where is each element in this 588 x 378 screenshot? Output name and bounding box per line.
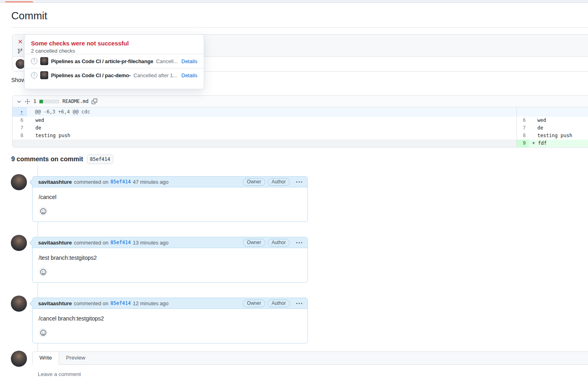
comment-timestamp: 13 minutes ago [133, 240, 168, 246]
diff-split-view: ↑ @@ -6,3 +6,4 @@ cdc 6wed 7de 8testing … [12, 107, 588, 147]
comment-body: /cancel branch:testgitops2 [33, 309, 307, 343]
kebab-menu-icon[interactable] [295, 240, 303, 245]
added-code-line: + fdf [529, 140, 588, 147]
comments-count-label: 9 comments on commit [11, 156, 83, 163]
new-comment-form: Write Preview Leave a comment [0, 348, 588, 378]
commit-page: Commit U t Some checks were not successf… [0, 0, 588, 378]
comment-item: savitaashture commented on 85ef414 47 mi… [0, 174, 588, 224]
line-number: 7 [12, 124, 27, 132]
comment-item: savitaashture commented on 85ef414 12 mi… [0, 296, 588, 346]
smiley-icon [40, 269, 46, 275]
diff-pane-new: 6wed 7de 8testing push 9+ fdf [516, 107, 588, 147]
cancelled-check-icon: ! [31, 72, 37, 78]
comment-box: savitaashture commented on 85ef414 47 mi… [32, 176, 308, 222]
line-number: 9 [517, 140, 529, 147]
comment-sha-link[interactable]: 85ef414 [111, 179, 131, 185]
move-handle-icon[interactable] [25, 99, 30, 104]
files-changed-summary-fragment: Show [11, 77, 25, 83]
tab-preview[interactable]: Preview [59, 352, 92, 364]
comment-author-link[interactable]: savitaashture [38, 240, 72, 246]
comment-sha-link[interactable]: 85ef414 [111, 240, 131, 245]
comment-text: /cancel [39, 194, 301, 200]
hunk-header-right [529, 107, 588, 117]
comment-action-text: commented on [74, 300, 109, 306]
copy-icon[interactable] [92, 99, 97, 104]
comment-sha-link[interactable]: 85ef414 [111, 300, 131, 306]
author-badge: Author [268, 300, 290, 307]
commit-sha-chip[interactable]: 85ef414 [87, 154, 114, 164]
comment-box: savitaashture commented on 85ef414 12 mi… [32, 298, 308, 343]
checks-popover-title: Some checks were not successful [31, 40, 197, 47]
comment-text: /cancel branch:testgitops2 [39, 315, 301, 322]
hunk-header: @@ -6,3 +6,4 @@ cdc [27, 107, 516, 117]
comment-input[interactable]: Leave a comment [38, 371, 81, 377]
kebab-menu-icon[interactable] [295, 301, 303, 306]
comment-body: /test branch:testgitops2 [33, 248, 307, 282]
diff-filename[interactable]: README.md [62, 99, 88, 104]
chevron-down-icon[interactable] [16, 99, 22, 104]
line-number: 8 [12, 132, 27, 140]
comment-header: savitaashture commented on 85ef414 47 mi… [33, 177, 307, 187]
code-line: testing push [529, 132, 588, 140]
kebab-menu-icon[interactable] [295, 180, 303, 184]
page-title: Commit [11, 10, 47, 22]
expand-hunk-button[interactable]: ↑ [12, 107, 27, 117]
expand-up-icon: ↑ [20, 110, 23, 115]
empty-diff-cell [12, 140, 516, 147]
add-reaction-button[interactable] [39, 267, 47, 276]
line-number: 6 [12, 117, 27, 124]
add-reaction-button[interactable] [39, 207, 47, 216]
diff-file-header: 1 README.md [12, 96, 588, 107]
comment-author-link[interactable]: savitaashture [38, 300, 72, 306]
loading-progress-bar [5, 1, 33, 2]
smiley-icon [40, 208, 46, 214]
comment-timestamp: 12 minutes ago [133, 300, 168, 306]
code-line: wed [27, 117, 516, 124]
owner-badge: Owner [243, 178, 265, 186]
comment-author-avatar[interactable] [11, 296, 27, 312]
current-user-avatar [11, 351, 27, 367]
checks-popover-subtitle: 2 cancelled checks [31, 48, 197, 54]
check-row: ! Pipelines as Code CI / article-pr-file… [25, 54, 204, 68]
comments-heading: 9 comments on commit 85ef414 [11, 154, 113, 164]
author-badge: Author [268, 239, 290, 247]
comment-timestamp: 47 minutes ago [133, 179, 168, 185]
line-number: 6 [517, 117, 529, 124]
tab-write[interactable]: Write [33, 352, 59, 365]
check-status: Cancelled after 1... [133, 72, 177, 78]
check-details-link[interactable]: Details [181, 58, 197, 64]
line-number: 7 [517, 124, 529, 132]
check-status: Cancell... [156, 58, 178, 64]
diff-change-count: 1 [33, 99, 36, 104]
check-name: Pipelines as Code CI / article-pr-filech… [51, 58, 153, 64]
author-badge: Author [268, 178, 290, 186]
check-app-avatar [40, 57, 48, 65]
title-divider [11, 27, 588, 28]
check-name: Pipelines as Code CI / pac-demo- [51, 72, 131, 78]
diff-file-box: 1 README.md ↑ @@ -6,3 +6,4 @@ cdc 6wed 7… [12, 95, 588, 148]
comment-author-avatar[interactable] [11, 235, 27, 251]
code-line: de [529, 124, 588, 132]
top-bar [0, 0, 588, 3]
comment-item: savitaashture commented on 85ef414 13 mi… [0, 235, 588, 285]
check-app-avatar [40, 71, 48, 79]
comment-action-text: commented on [74, 179, 109, 185]
comment-box: savitaashture commented on 85ef414 13 mi… [32, 237, 308, 283]
owner-badge: Owner [243, 239, 265, 247]
checks-popover: Some checks were not successful 2 cancel… [24, 34, 204, 89]
diffstat-blocks [39, 100, 59, 103]
check-row: ! Pipelines as Code CI / pac-demo- Cance… [25, 68, 204, 82]
diff-pane-old: ↑ @@ -6,3 +6,4 @@ cdc 6wed 7de 8testing … [12, 107, 516, 147]
comment-body: /cancel [33, 187, 307, 222]
comment-author-link[interactable]: savitaashture [38, 179, 72, 185]
code-line: wed [529, 117, 588, 124]
code-line: de [27, 124, 516, 132]
comment-author-avatar[interactable] [11, 174, 27, 190]
cancelled-check-icon: ! [31, 58, 37, 64]
check-details-link[interactable]: Details [181, 72, 197, 78]
git-branch-icon [17, 48, 23, 54]
comment-header: savitaashture commented on 85ef414 12 mi… [33, 298, 307, 309]
add-reaction-button[interactable] [39, 328, 47, 337]
comment-header: savitaashture commented on 85ef414 13 mi… [33, 237, 307, 248]
smiley-icon [40, 330, 46, 336]
